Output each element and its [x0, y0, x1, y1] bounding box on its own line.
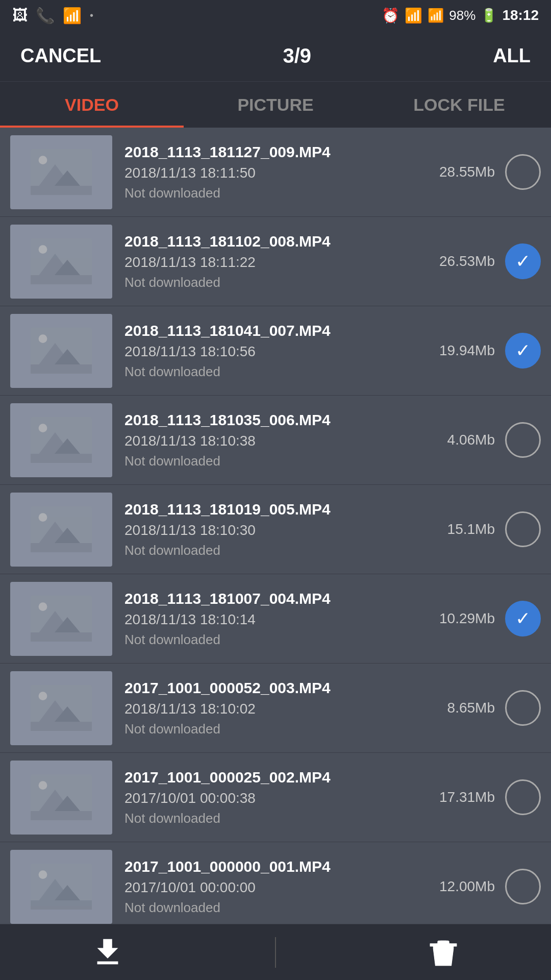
- checkmark-icon: ✓: [515, 341, 531, 360]
- status-bar-left: 🖼 📞 📶 •: [12, 7, 93, 24]
- list-item: 2018_1113_181102_008.MP42018/11/13 18:11…: [0, 217, 551, 306]
- svg-point-26: [39, 602, 47, 611]
- battery-percent: 98%: [449, 8, 475, 23]
- file-name: 2017_1001_000052_003.MP4: [124, 679, 429, 697]
- thumbnail: [10, 761, 112, 835]
- alarm-icon: ⏰: [382, 7, 399, 24]
- gallery-icon: 🖼: [12, 7, 28, 24]
- wifi-icon: 📶: [63, 7, 82, 24]
- file-checkbox[interactable]: [505, 422, 541, 458]
- file-info: 2018_1113_181035_006.MP42018/11/13 18:10…: [124, 411, 429, 469]
- file-info: 2018_1113_181041_007.MP42018/11/13 18:10…: [124, 322, 429, 380]
- thumbnail: [10, 314, 112, 388]
- file-size: 4.06Mb: [429, 432, 495, 448]
- file-checkbox[interactable]: [505, 690, 541, 726]
- file-download-status: Not downloaded: [124, 900, 429, 916]
- svg-rect-19: [31, 454, 92, 463]
- file-list: 2018_1113_181127_009.MP42018/11/13 18:11…: [0, 128, 551, 924]
- list-item: 2018_1113_181007_004.MP42018/11/13 18:10…: [0, 574, 551, 664]
- svg-rect-39: [31, 811, 92, 820]
- file-name: 2018_1113_181041_007.MP4: [124, 322, 429, 339]
- thumbnail: [10, 135, 112, 209]
- file-date: 2018/11/13 18:10:02: [124, 701, 429, 717]
- file-size: 26.53Mb: [429, 253, 495, 270]
- svg-rect-4: [31, 186, 92, 195]
- svg-point-1: [39, 156, 47, 164]
- svg-rect-46: [447, 943, 450, 946]
- file-checkbox[interactable]: ✓: [505, 243, 541, 279]
- file-checkbox[interactable]: [505, 154, 541, 190]
- list-item: 2018_1113_181035_006.MP42018/11/13 18:10…: [0, 396, 551, 485]
- list-item: 2018_1113_181127_009.MP42018/11/13 18:11…: [0, 128, 551, 217]
- file-date: 2018/11/13 18:10:14: [124, 611, 429, 628]
- delete-icon: [425, 935, 461, 970]
- landscape-icon: [31, 417, 92, 463]
- file-download-status: Not downloaded: [124, 811, 429, 826]
- tab-video[interactable]: VIDEO: [0, 82, 184, 128]
- file-info: 2017_1001_000025_002.MP42017/10/01 00:00…: [124, 769, 429, 826]
- file-info: 2018_1113_181127_009.MP42018/11/13 18:11…: [124, 143, 429, 201]
- phone-icon: 📞: [36, 7, 55, 24]
- list-item: 2018_1113_181019_005.MP42018/11/13 18:10…: [0, 485, 551, 574]
- file-info: 2017_1001_000052_003.MP42018/11/13 18:10…: [124, 679, 429, 737]
- file-checkbox[interactable]: [505, 511, 541, 547]
- tab-lockfile[interactable]: LOCK FILE: [367, 82, 551, 128]
- landscape-icon: [31, 685, 92, 731]
- file-name: 2018_1113_181127_009.MP4: [124, 143, 429, 161]
- file-date: 2018/11/13 18:10:56: [124, 344, 429, 360]
- landscape-icon: [31, 506, 92, 552]
- cancel-button[interactable]: CANCEL: [20, 45, 101, 67]
- status-bar: 🖼 📞 📶 • ⏰ 📶 📶 98% 🔋 18:12: [0, 0, 551, 31]
- file-checkbox[interactable]: [505, 779, 541, 815]
- tab-bar: VIDEO PICTURE LOCK FILE: [0, 82, 551, 128]
- svg-rect-14: [31, 364, 92, 374]
- list-item: 2017_1001_000052_003.MP42018/11/13 18:10…: [0, 664, 551, 753]
- file-checkbox[interactable]: ✓: [505, 601, 541, 636]
- file-date: 2017/10/01 00:00:38: [124, 790, 429, 806]
- file-size: 28.55Mb: [429, 164, 495, 180]
- checkmark-icon: ✓: [515, 252, 531, 271]
- checkmark-icon: ✓: [515, 609, 531, 628]
- file-download-status: Not downloaded: [124, 721, 429, 737]
- svg-rect-44: [31, 900, 92, 910]
- top-nav: CANCEL 3/9 ALL: [0, 31, 551, 82]
- file-size: 8.65Mb: [429, 700, 495, 716]
- file-info: 2018_1113_181007_004.MP42018/11/13 18:10…: [124, 590, 429, 648]
- thumbnail: [10, 493, 112, 567]
- thumbnail: [10, 850, 112, 924]
- wifi-status-icon: 📶: [405, 7, 422, 24]
- download-button[interactable]: [59, 924, 156, 981]
- delete-button[interactable]: [395, 924, 492, 981]
- bottom-bar: [0, 924, 551, 980]
- file-size: 12.00Mb: [429, 878, 495, 895]
- file-download-status: Not downloaded: [124, 632, 429, 648]
- file-download-status: Not downloaded: [124, 364, 429, 380]
- tab-picture[interactable]: PICTURE: [184, 82, 367, 128]
- file-download-status: Not downloaded: [124, 453, 429, 469]
- list-item: 2017_1001_000000_001.MP42017/10/01 00:00…: [0, 842, 551, 924]
- file-size: 17.31Mb: [429, 789, 495, 805]
- file-info: 2018_1113_181102_008.MP42018/11/13 18:11…: [124, 233, 429, 290]
- file-checkbox[interactable]: [505, 869, 541, 904]
- thumbnail: [10, 225, 112, 299]
- file-name: 2018_1113_181102_008.MP4: [124, 233, 429, 250]
- file-download-status: Not downloaded: [124, 185, 429, 201]
- landscape-icon: [31, 149, 92, 195]
- thumbnail: [10, 671, 112, 745]
- file-name: 2018_1113_181035_006.MP4: [124, 411, 429, 429]
- landscape-icon: [31, 328, 92, 374]
- landscape-icon: [31, 774, 92, 820]
- landscape-icon: [31, 596, 92, 642]
- landscape-icon: [31, 864, 92, 910]
- file-checkbox[interactable]: ✓: [505, 333, 541, 369]
- svg-rect-9: [31, 275, 92, 284]
- file-date: 2018/11/13 18:10:30: [124, 522, 429, 538]
- svg-point-36: [39, 781, 47, 790]
- battery-icon: 🔋: [481, 8, 497, 23]
- file-info: 2017_1001_000000_001.MP42017/10/01 00:00…: [124, 858, 429, 916]
- file-size: 19.94Mb: [429, 342, 495, 359]
- select-all-button[interactable]: ALL: [493, 45, 531, 67]
- file-size: 15.1Mb: [429, 521, 495, 537]
- svg-point-21: [39, 513, 47, 522]
- svg-rect-34: [31, 722, 92, 731]
